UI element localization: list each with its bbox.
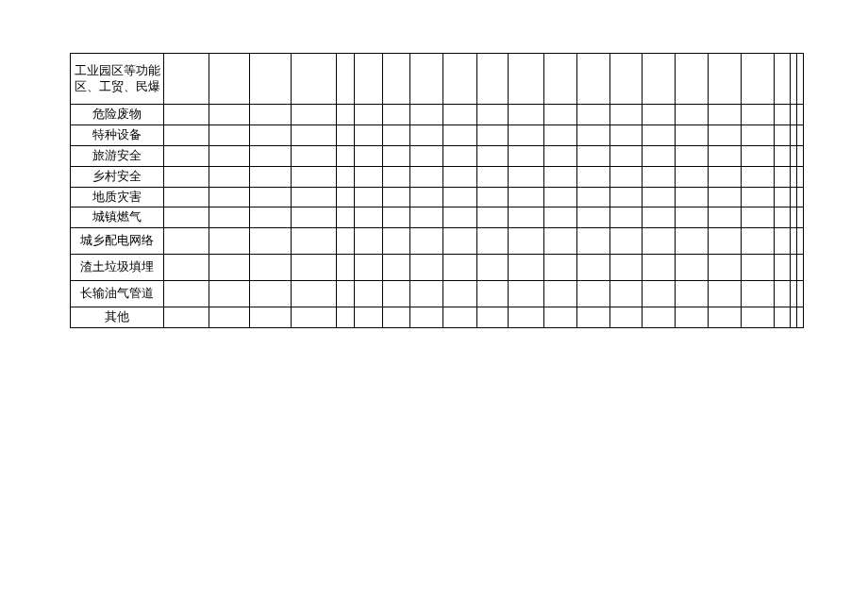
- cell: [791, 307, 797, 328]
- cell: [509, 207, 544, 228]
- table-row: 长输油气管道: [71, 281, 804, 307]
- cell: [383, 228, 410, 255]
- cell: [775, 166, 791, 187]
- cell: [410, 207, 443, 228]
- cell: [337, 124, 355, 145]
- cell: [250, 281, 292, 307]
- cell: [709, 145, 742, 166]
- cell: [742, 166, 775, 187]
- cell: [337, 54, 355, 105]
- cell: [509, 166, 544, 187]
- cell: [544, 124, 577, 145]
- cell: [577, 228, 610, 255]
- cell: [443, 54, 477, 105]
- cell: [443, 281, 477, 307]
- cell: [797, 228, 804, 255]
- cell: [383, 307, 410, 328]
- table-row: 其他: [71, 307, 804, 328]
- cell: [643, 124, 676, 145]
- cell: [577, 187, 610, 207]
- cell: [791, 54, 797, 105]
- cell: [775, 124, 791, 145]
- cell: [544, 255, 577, 281]
- cell: [355, 187, 383, 207]
- cell: [509, 54, 544, 105]
- table-row: 危险废物: [71, 105, 804, 125]
- cell: [643, 54, 676, 105]
- cell: [292, 207, 337, 228]
- cell: [477, 105, 509, 125]
- cell: [410, 124, 443, 145]
- cell: [477, 187, 509, 207]
- cell: [676, 228, 709, 255]
- cell: [643, 307, 676, 328]
- row-label: 渣土垃圾填埋: [71, 255, 164, 281]
- cell: [164, 255, 209, 281]
- cell: [355, 166, 383, 187]
- cell: [250, 105, 292, 125]
- cell: [410, 166, 443, 187]
- cell: [355, 307, 383, 328]
- row-label: 特种设备: [71, 124, 164, 145]
- cell: [577, 281, 610, 307]
- table-row: 渣土垃圾填埋: [71, 255, 804, 281]
- cell: [544, 207, 577, 228]
- cell: [477, 307, 509, 328]
- cell: [791, 207, 797, 228]
- cell: [209, 281, 250, 307]
- cell: [544, 166, 577, 187]
- cell: [250, 307, 292, 328]
- row-label: 乡村安全: [71, 166, 164, 187]
- cell: [355, 105, 383, 125]
- cell: [791, 124, 797, 145]
- cell: [643, 228, 676, 255]
- cell: [410, 307, 443, 328]
- cell: [443, 207, 477, 228]
- cell: [742, 207, 775, 228]
- cell: [544, 281, 577, 307]
- cell: [775, 307, 791, 328]
- cell: [676, 145, 709, 166]
- cell: [775, 105, 791, 125]
- cell: [544, 228, 577, 255]
- cell: [209, 187, 250, 207]
- cell: [383, 207, 410, 228]
- cell: [742, 307, 775, 328]
- cell: [676, 54, 709, 105]
- row-label: 危险废物: [71, 105, 164, 125]
- cell: [676, 207, 709, 228]
- cell: [164, 145, 209, 166]
- cell: [337, 207, 355, 228]
- cell: [443, 105, 477, 125]
- cell: [337, 255, 355, 281]
- cell: [791, 105, 797, 125]
- cell: [791, 145, 797, 166]
- cell: [355, 255, 383, 281]
- cell: [709, 255, 742, 281]
- cell: [676, 124, 709, 145]
- cell: [383, 255, 410, 281]
- cell: [610, 105, 643, 125]
- cell: [292, 307, 337, 328]
- cell: [797, 105, 804, 125]
- data-table: 工业园区等功能区、工贸、民爆危险废物特种设备旅游安全乡村安全地质灾害城镇燃气城乡…: [70, 53, 804, 328]
- cell: [797, 281, 804, 307]
- cell: [209, 124, 250, 145]
- cell: [250, 54, 292, 105]
- cell: [355, 281, 383, 307]
- cell: [577, 124, 610, 145]
- cell: [709, 281, 742, 307]
- cell: [477, 54, 509, 105]
- table-row: 地质灾害: [71, 187, 804, 207]
- cell: [676, 105, 709, 125]
- cell: [775, 54, 791, 105]
- table-row: 城乡配电网络: [71, 228, 804, 255]
- cell: [610, 54, 643, 105]
- cell: [742, 124, 775, 145]
- cell: [337, 145, 355, 166]
- cell: [209, 54, 250, 105]
- cell: [355, 54, 383, 105]
- cell: [544, 187, 577, 207]
- cell: [544, 105, 577, 125]
- cell: [797, 307, 804, 328]
